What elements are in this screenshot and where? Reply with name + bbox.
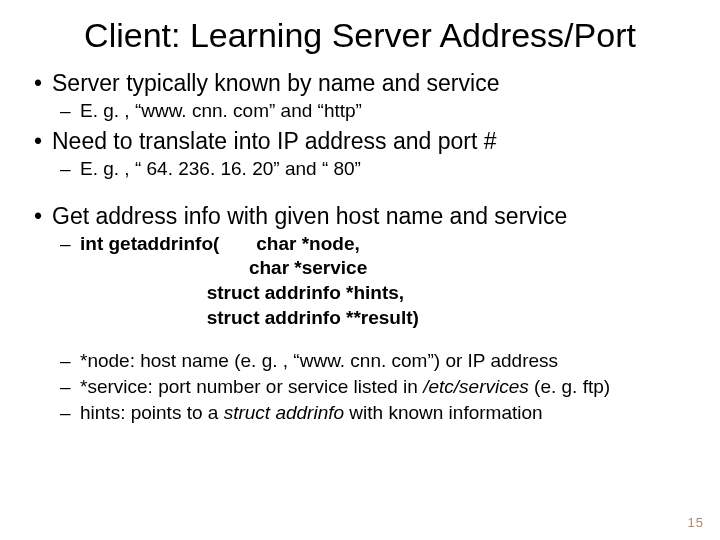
bullet-1-sub-1: E. g. , “www. cnn. com” and “http” bbox=[80, 99, 690, 124]
sig-lead: int getaddrinfo( bbox=[80, 233, 256, 254]
sig-line-3: struct addrinfo *hints, bbox=[80, 281, 419, 306]
bullet-3-sub-3: *service: port number or service listed … bbox=[80, 375, 690, 400]
b3s4a: hints: points to a bbox=[80, 402, 224, 423]
b3s3b: /etc/services bbox=[423, 376, 529, 397]
bullet-3-text: Get address info with given host name an… bbox=[52, 203, 567, 229]
b3s4b: struct addrinfo bbox=[224, 402, 344, 423]
b3s2b: “www. cnn. com” bbox=[293, 350, 433, 371]
bullet-2-sublist: E. g. , “ 64. 236. 16. 20” and “ 80” bbox=[52, 157, 690, 182]
spacer bbox=[30, 186, 690, 200]
page-number: 15 bbox=[688, 515, 704, 530]
signature-block: int getaddrinfo( char *node, char *servi… bbox=[80, 232, 419, 331]
bullet-1-text: Server typically known by name and servi… bbox=[52, 70, 499, 96]
bullet-2: Need to translate into IP address and po… bbox=[52, 127, 690, 181]
bullet-2-text: Need to translate into IP address and po… bbox=[52, 128, 497, 154]
bullet-3-sub-2: *node: host name (e. g. , “www. cnn. com… bbox=[80, 349, 690, 374]
bullet-3-sublist: int getaddrinfo( char *node, char *servi… bbox=[52, 232, 690, 331]
bullet-1-sublist: E. g. , “www. cnn. com” and “http” bbox=[52, 99, 690, 124]
slide: Client: Learning Server Address/Port Ser… bbox=[0, 0, 720, 540]
b3s4c: with known information bbox=[344, 402, 543, 423]
bullet-2-sub-1: E. g. , “ 64. 236. 16. 20” and “ 80” bbox=[80, 157, 690, 182]
sig-line-2: char *service bbox=[80, 256, 419, 281]
b3s2c: ) or IP address bbox=[434, 350, 558, 371]
b3s2a: *node: host name (e. g. , bbox=[80, 350, 293, 371]
bullet-3-signature: int getaddrinfo( char *node, char *servi… bbox=[80, 232, 690, 331]
slide-title: Client: Learning Server Address/Port bbox=[30, 16, 690, 55]
bullet-list: Server typically known by name and servi… bbox=[30, 69, 690, 182]
bullet-list-2: Get address info with given host name an… bbox=[30, 202, 690, 426]
b3s3c: (e. g. ftp) bbox=[529, 376, 610, 397]
bullet-3: Get address info with given host name an… bbox=[52, 202, 690, 426]
bullet-3-sub-4: hints: points to a struct addrinfo with … bbox=[80, 401, 690, 426]
b3s3a: *service: port number or service listed … bbox=[80, 376, 423, 397]
bullet-3-sublist-2: *node: host name (e. g. , “www. cnn. com… bbox=[52, 349, 690, 425]
spacer-2 bbox=[52, 334, 690, 348]
bullet-1: Server typically known by name and servi… bbox=[52, 69, 690, 123]
sig-line-1: char *node, bbox=[256, 233, 359, 254]
sig-line-4: struct addrinfo **result) bbox=[80, 306, 419, 331]
